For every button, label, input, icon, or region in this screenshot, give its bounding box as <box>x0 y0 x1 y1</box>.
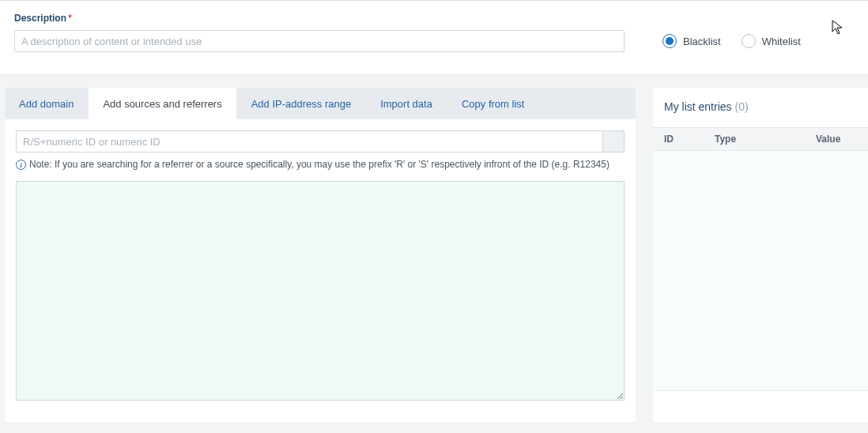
search-note: Note: If you are searching for a referre… <box>29 159 609 170</box>
list-type-radiogroup: Blacklist Whitelist <box>662 34 801 48</box>
info-icon: i <box>16 160 26 170</box>
col-type: Type <box>715 134 816 145</box>
tab-copy-from-list[interactable]: Copy from list <box>447 88 539 119</box>
results-textarea[interactable] <box>16 181 625 401</box>
radio-icon <box>742 34 756 48</box>
description-label: Description <box>14 13 66 24</box>
whitelist-label: Whitelist <box>762 36 801 47</box>
entries-footer <box>653 390 868 422</box>
tab-add-domain[interactable]: Add domain <box>5 88 89 119</box>
entries-title: My list entries (0) <box>664 100 749 113</box>
source-search-input[interactable] <box>16 130 602 152</box>
tab-add-sources[interactable]: Add sources and referrers <box>89 88 236 119</box>
required-asterisk: * <box>68 12 72 24</box>
radio-icon <box>662 34 677 48</box>
blacklist-label: Blacklist <box>683 36 721 47</box>
tabs-bar: Add domain Add sources and referrers Add… <box>5 88 636 119</box>
description-input[interactable] <box>14 30 625 52</box>
whitelist-radio[interactable]: Whitelist <box>742 34 801 48</box>
cursor-icon <box>832 20 844 36</box>
tab-import-data[interactable]: Import data <box>366 88 447 119</box>
tab-add-ip-range[interactable]: Add IP-address range <box>237 88 366 119</box>
col-value: Value <box>816 134 868 145</box>
col-id: ID <box>653 134 715 145</box>
source-search-button[interactable] <box>602 130 625 152</box>
entries-table-body <box>653 151 868 390</box>
blacklist-radio[interactable]: Blacklist <box>662 34 721 48</box>
entries-table-header: ID Type Value <box>653 127 868 151</box>
